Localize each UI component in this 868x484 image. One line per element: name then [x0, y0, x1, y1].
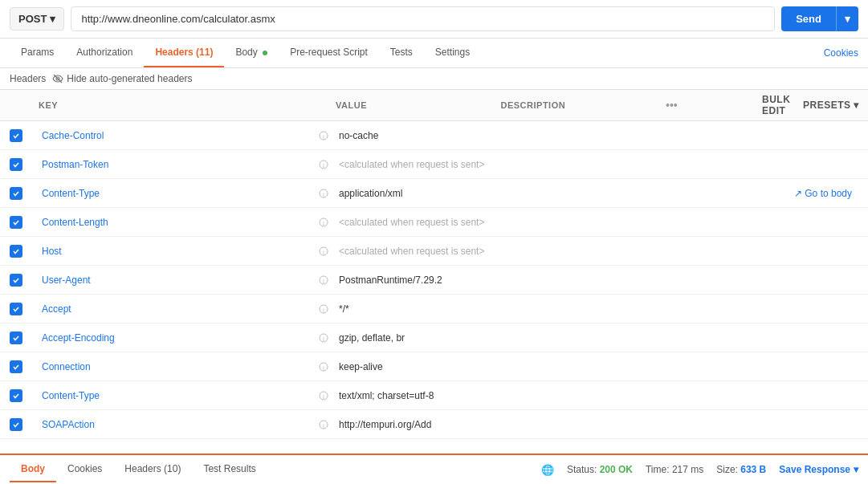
svg-text:i: i	[323, 248, 324, 255]
row-checkbox[interactable]	[10, 158, 22, 171]
table-row: Content-Lengthi<calculated when request …	[0, 208, 868, 237]
tab-headers[interactable]: Headers (11)	[144, 39, 224, 67]
key-cell[interactable]: Host	[39, 244, 312, 258]
row-checkbox[interactable]	[10, 360, 22, 373]
value-placeholder[interactable]: Value	[336, 448, 597, 450]
key-cell[interactable]: Connection	[39, 360, 312, 374]
row-checkbox[interactable]	[10, 303, 22, 315]
description-cell[interactable]	[597, 365, 859, 368]
row-checkbox[interactable]	[10, 129, 22, 142]
headers-label: Headers	[10, 73, 46, 84]
bulk-edit-button[interactable]: Bulk Edit	[762, 94, 793, 116]
description-col-header: DESCRIPTION	[501, 100, 666, 110]
tab-tests[interactable]: Tests	[379, 39, 424, 67]
table-row: Content-Typeitext/xml; charset=utf-8	[0, 381, 868, 410]
description-cell[interactable]	[597, 423, 859, 426]
info-icon[interactable]: i	[312, 333, 336, 343]
description-cell[interactable]	[597, 279, 859, 282]
table-row: Hosti<calculated when request is sent>	[0, 237, 868, 266]
info-icon[interactable]: i	[312, 246, 336, 256]
row-checkbox[interactable]	[10, 389, 22, 402]
table-row: Accepti*/*	[0, 295, 868, 323]
checkbox-cell	[10, 418, 39, 431]
row-checkbox[interactable]	[10, 331, 22, 344]
key-cell[interactable]: User-Agent	[39, 273, 312, 287]
checkbox-cell	[10, 129, 39, 142]
key-cell[interactable]: Postman-Token	[39, 157, 312, 172]
key-cell[interactable]: Accept-Encoding	[39, 331, 312, 345]
description-placeholder[interactable]: Description	[597, 448, 859, 450]
description-cell[interactable]	[597, 336, 859, 340]
row-checkbox[interactable]	[10, 187, 22, 200]
description-cell[interactable]	[597, 221, 859, 224]
hide-auto-generated-button[interactable]: Hide auto-generated headers	[52, 73, 192, 84]
table-header: KEY VALUE DESCRIPTION ••• Bulk Edit Pres…	[0, 90, 868, 121]
value-cell[interactable]: PostmanRuntime/7.29.2	[336, 273, 597, 287]
info-icon[interactable]: i	[312, 218, 336, 227]
key-placeholder[interactable]: Key	[39, 448, 312, 450]
info-icon[interactable]: i	[312, 131, 336, 140]
description-cell[interactable]	[597, 307, 859, 311]
value-cell[interactable]: */*	[336, 302, 597, 316]
info-icon[interactable]: i	[312, 391, 336, 401]
table-row: Postman-Tokeni<calculated when request i…	[0, 150, 868, 179]
svg-text:i: i	[323, 421, 324, 429]
value-cell[interactable]: http://tempuri.org/Add	[336, 417, 597, 432]
key-cell[interactable]: Content-Type	[39, 186, 312, 201]
url-input[interactable]	[71, 6, 775, 31]
row-checkbox[interactable]	[10, 418, 22, 431]
empty-row: Key Value Description	[0, 439, 868, 449]
key-cell[interactable]: Content-Length	[39, 215, 312, 230]
value-col-header: VALUE	[336, 100, 501, 110]
info-icon[interactable]: i	[312, 160, 336, 169]
tab-params[interactable]: Params	[10, 39, 65, 67]
value-cell[interactable]: text/xml; charset=utf-8	[336, 388, 597, 403]
value-cell[interactable]: gzip, deflate, br	[336, 331, 597, 345]
key-cell[interactable]: SOAPAction	[39, 417, 312, 432]
info-icon[interactable]: i	[312, 275, 336, 285]
presets-chevron-icon: ▾	[854, 100, 859, 111]
hide-label: Hide auto-generated headers	[67, 73, 192, 84]
send-button[interactable]: Send	[781, 6, 836, 31]
key-cell[interactable]: Accept	[39, 302, 312, 316]
key-col-header: KEY	[39, 100, 312, 110]
cookies-link[interactable]: Cookies	[824, 39, 858, 67]
checkbox-cell	[10, 245, 39, 258]
tab-body[interactable]: Body	[224, 39, 279, 67]
row-checkbox[interactable]	[10, 274, 22, 287]
method-chevron-icon: ▾	[50, 13, 55, 25]
request-tabs: Params Authorization Headers (11) Body P…	[0, 39, 868, 68]
value-cell[interactable]: <calculated when request is sent>	[336, 157, 597, 172]
svg-text:i: i	[323, 277, 324, 284]
info-icon[interactable]: i	[312, 362, 336, 372]
key-cell[interactable]: Content-Type	[39, 388, 312, 403]
presets-button[interactable]: Presets ▾	[803, 100, 858, 111]
hide-icon	[52, 73, 63, 84]
go-to-body-link[interactable]: ↗ Go to body	[698, 188, 858, 199]
send-dropdown-button[interactable]: ▾	[836, 6, 858, 31]
checkbox-cell	[10, 360, 39, 373]
checkbox-cell	[10, 187, 39, 200]
info-icon[interactable]: i	[312, 420, 336, 429]
value-cell[interactable]: no-cache	[336, 128, 597, 143]
tab-pre-request-script[interactable]: Pre-request Script	[279, 39, 379, 67]
row-checkbox[interactable]	[10, 216, 22, 229]
more-options-icon[interactable]: •••	[666, 99, 762, 112]
info-icon[interactable]: i	[312, 304, 336, 314]
description-cell[interactable]	[597, 250, 859, 253]
description-cell[interactable]	[517, 192, 699, 195]
description-cell[interactable]	[597, 163, 859, 166]
value-cell[interactable]: <calculated when request is sent>	[336, 215, 597, 230]
tab-authorization[interactable]: Authorization	[65, 39, 144, 67]
description-cell[interactable]	[597, 134, 859, 137]
key-cell[interactable]: Cache-Control	[39, 128, 312, 143]
value-cell[interactable]: <calculated when request is sent>	[336, 244, 597, 258]
row-checkbox[interactable]	[10, 245, 22, 258]
value-cell[interactable]: application/xml	[336, 186, 517, 201]
description-cell[interactable]	[597, 394, 859, 397]
info-icon[interactable]: i	[312, 189, 336, 198]
value-cell[interactable]: keep-alive	[336, 360, 597, 374]
method-select[interactable]: POST ▾	[10, 7, 64, 31]
tab-settings[interactable]: Settings	[424, 39, 481, 67]
table-row: Cache-Controlino-cache	[0, 121, 868, 150]
